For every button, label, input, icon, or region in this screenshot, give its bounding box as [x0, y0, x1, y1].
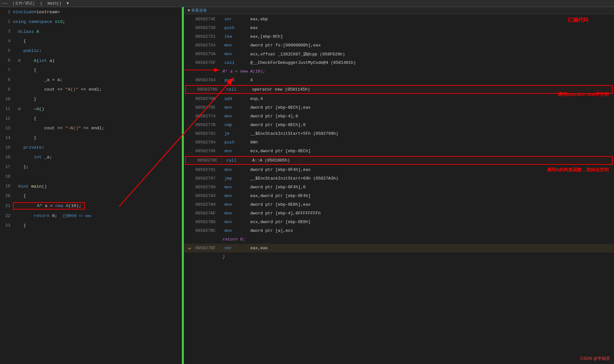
disasm-row-4: 00582754 mov dword ptr fs:[00000000h],ea…	[184, 41, 614, 50]
line-content: }	[13, 135, 36, 140]
line-num: 4	[0, 39, 13, 44]
line-num: 10	[0, 97, 13, 102]
disasm-row-6: 0058275F call @__CheckForDebuggerJustMyC…	[184, 58, 614, 67]
disasm-row-18: 00582797 jmp __$EncStackInitStart+69h (0…	[184, 174, 614, 183]
disasm-row-10: 0058276E mov dword ptr [ebp-0ECh],eax	[184, 103, 614, 112]
csdn-watermark: CSDN @学福至	[580, 356, 610, 361]
disasm-rows: 0058274E xor eax,ebp 00582750 push eax 0…	[184, 14, 614, 261]
code-line-14: 14 }	[0, 133, 183, 143]
line-content: {	[13, 193, 26, 198]
line-content: ⊟int main()	[13, 183, 47, 189]
addr: 0058274E	[195, 17, 224, 22]
dropdown-arrow[interactable]: ▼	[66, 1, 69, 6]
code-line-19: 19 ⊟int main()	[0, 181, 183, 191]
operands: eax,ebp	[250, 17, 268, 22]
line-num: 19	[0, 184, 13, 189]
line-content: };	[13, 164, 29, 169]
collapse-arrow[interactable]: ▼	[188, 8, 190, 13]
line-num: 22	[0, 213, 13, 218]
disasm-row-5: 0058275A mov ecx,offset _1362C607_源@cpp …	[184, 50, 614, 58]
line-num: 6	[0, 58, 13, 63]
line-num: 5	[0, 48, 13, 53]
disasm-row-3: 00582751 lea eax,[ebp-0Ch]	[184, 32, 614, 41]
code-line-8: 8 _a = a;	[0, 75, 183, 84]
view-options-label[interactable]: 查看选项	[191, 8, 207, 13]
line-content: ⊟ ~A()	[13, 106, 44, 112]
code-line-9: 9 cout << "A()" << endl;	[0, 84, 183, 94]
line-num: 13	[0, 126, 13, 131]
disasm-row-16-redbox: 0058278C call A::A (0581005h)	[185, 156, 613, 165]
file-tab[interactable]: (文件/调试)	[12, 1, 35, 6]
line-content: cout << "~A()" << endl;	[13, 126, 104, 131]
disasm-row-25-arrow: ⇒ 005827BF xor eax,eax	[184, 244, 614, 252]
disasm-row-15: 00582786 mov ecx,dword ptr [ebp-0ECh]	[184, 147, 614, 155]
line-content: {	[13, 68, 36, 73]
code-line-15: 15 private:	[0, 143, 183, 152]
code-line-18: 18	[0, 172, 183, 181]
disasm-row-7: 00582764 push 4	[184, 76, 614, 84]
disasm-row-8-redbox: 00582766 call operator new (0581145h)	[185, 85, 613, 94]
disasm-row-20: 005827A3 mov eax,dword ptr [ebp-0F4h]	[184, 192, 614, 200]
line-content: private:	[13, 145, 44, 150]
annotation-constructor: 调用A的构造函数，初始化空间	[547, 167, 609, 173]
line-content: {	[13, 116, 36, 121]
line-num: 2	[0, 19, 13, 24]
code-line-6: 6 ⊟ A(int a)	[0, 55, 183, 65]
line-content: public:	[13, 48, 42, 53]
line-num: 16	[0, 155, 13, 160]
line-num: 17	[0, 164, 13, 169]
disasm-row-19: 00582799 mov dword ptr [ebp-0F4h],0	[184, 183, 614, 192]
disasm-row-13: 00582782 je __$EncStackInitStart+5Fh (05…	[184, 129, 614, 138]
op: xor	[224, 17, 250, 22]
code-line-7: 7 {	[0, 65, 183, 75]
disasm-row-12: 0058277B cmp dword ptr [ebp-0ECh],0	[184, 121, 614, 129]
code-line-22: 22 return 0; 已用时间 <= 8ms	[0, 211, 183, 221]
disasm-header-row: ▼ 查看选项	[184, 7, 614, 14]
main-tab[interactable]: main()	[47, 1, 61, 6]
line-num: 9	[0, 87, 13, 92]
line-num: 18	[0, 174, 13, 179]
disasm-row-11: 00582774 mov dword ptr [ebp-4],0	[184, 112, 614, 121]
line-content: #include<iostream>	[13, 10, 60, 15]
code-panel: 1 #include<iostream> 2 using namespace s…	[0, 7, 184, 364]
disasm-row-1: 0058274E xor eax,ebp	[184, 15, 614, 24]
line-num: 12	[0, 116, 13, 121]
code-line-2: 2 using namespace std;	[0, 17, 183, 26]
code-line-12: 12 {	[0, 113, 183, 123]
line-content: int _a;	[13, 155, 52, 160]
line-content: return 0; 已用时间 <= 8ms	[13, 213, 92, 218]
line-content: }	[13, 97, 36, 102]
nav-arrows[interactable]: ←→	[3, 1, 7, 6]
disasm-row-14: 00582784 push 0Ah	[184, 138, 614, 147]
disasm-return-source: return 0;	[184, 235, 614, 244]
separator: |	[40, 1, 42, 6]
line-num: 11	[0, 106, 13, 111]
disasm-panel: ▼ 查看选项 汇编代码 0058274E xor eax,ebp 0058275…	[184, 7, 614, 364]
green-border	[182, 7, 183, 364]
line-num: 15	[0, 145, 13, 150]
code-line-10: 10 }	[0, 94, 183, 104]
line-num: 3	[0, 29, 13, 34]
main-content: 1 #include<iostream> 2 using namespace s…	[0, 7, 614, 364]
code-line-13: 13 cout << "~A()" << endl;	[0, 123, 183, 133]
top-bar: ←→ (文件/调试) | main() ▼	[0, 0, 614, 7]
line-content: {	[13, 39, 26, 44]
code-line-5: 5 public:	[0, 46, 183, 55]
annotation-operator-new: 调用operator new开空间	[558, 92, 609, 97]
code-line-16: 16 int _a;	[0, 152, 183, 162]
line-content: }	[13, 223, 26, 228]
line-num: 21	[0, 203, 13, 208]
code-line-20: 20 {	[0, 191, 183, 201]
disasm-row-24: 005827BC mov dword ptr [a],ecx	[184, 226, 614, 235]
code-line-21: 21 A* a = new A(10);	[0, 201, 183, 211]
code-line-1: 1 #include<iostream>	[0, 7, 183, 17]
line-num: 7	[0, 68, 13, 73]
disasm-row-22: 005827AF mov dword ptr [ebp-4],0FFFFFFFF…	[184, 209, 614, 218]
code-line-23: 23 }	[0, 221, 183, 230]
disasm-closing: }	[184, 252, 614, 261]
line-content-redbox: A* a = new A(10);	[13, 202, 85, 210]
line-content: using namespace std;	[13, 19, 65, 24]
disasm-row-23: 005827B6 mov ecx,dword ptr [ebp-0E0h]	[184, 218, 614, 226]
line-content: _a = a;	[13, 77, 63, 82]
disasm-source-1: A* a = new A(10);	[184, 67, 614, 76]
